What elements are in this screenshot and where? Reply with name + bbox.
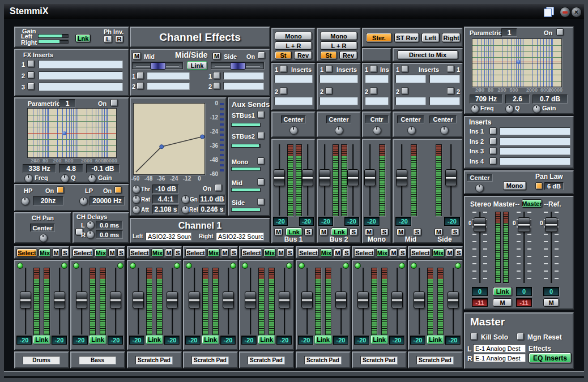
- eq-left-band-display[interactable]: 1: [59, 99, 75, 108]
- bus1-mono-button[interactable]: Mono: [275, 32, 312, 40]
- lp-freq-display[interactable]: 20000 Hz: [90, 196, 125, 205]
- master-insert-2-field[interactable]: [500, 138, 570, 145]
- eq-right-band-display[interactable]: 1: [501, 28, 517, 37]
- strip5-right-fader-handle[interactable]: [279, 291, 290, 308]
- eq-left-freq-display[interactable]: 338 Hz: [23, 164, 56, 173]
- mid-side-link-button[interactable]: Link: [187, 61, 207, 70]
- strip3-name-field[interactable]: Scratch Pad: [135, 356, 173, 364]
- side-bus-insert2-field[interactable]: [429, 97, 460, 105]
- strip4-left-fader-handle[interactable]: [189, 291, 200, 308]
- strip4-solo-button[interactable]: S: [230, 248, 238, 257]
- mono-button[interactable]: Mono: [503, 181, 526, 190]
- side-bus-pan-knob[interactable]: [440, 126, 449, 135]
- kill-solo-checkbox[interactable]: [470, 333, 478, 340]
- mgn-reset-checkbox[interactable]: [517, 333, 524, 340]
- master-link-button[interactable]: Link: [493, 287, 512, 296]
- mid-bus-insert2-field[interactable]: [395, 97, 426, 105]
- lp-freq-knob[interactable]: [79, 197, 88, 205]
- strip8-mute-button[interactable]: M: [446, 248, 454, 257]
- strip3-link-button[interactable]: Link: [146, 335, 163, 344]
- bus2-insert2-checkbox[interactable]: [325, 87, 333, 95]
- bus2-right-fader-handle[interactable]: [347, 169, 359, 186]
- master-insert-1-field[interactable]: [500, 127, 570, 135]
- strip4-mix-button[interactable]: Mix: [207, 248, 220, 257]
- fx-insert-3-field[interactable]: [39, 83, 123, 91]
- strip6-select-button[interactable]: Select: [298, 248, 319, 257]
- pan-law-checkbox[interactable]: [535, 182, 543, 190]
- compressor-on-checkbox[interactable]: [215, 184, 222, 191]
- mid-insert1-field[interactable]: [147, 72, 190, 80]
- routing-st-rev-button[interactable]: ST Rev: [394, 33, 419, 42]
- master-pan-display[interactable]: Center: [467, 174, 493, 182]
- bus1-left-fader-handle[interactable]: [274, 169, 285, 186]
- delay-right-knob[interactable]: [86, 230, 95, 239]
- strip6-mute-button[interactable]: M: [334, 248, 342, 257]
- aux-send-2-checkbox[interactable]: [257, 157, 265, 165]
- aux-send-4-checkbox[interactable]: [257, 198, 265, 205]
- master-insert-3-field[interactable]: [500, 147, 570, 155]
- master-select-button[interactable]: Master: [522, 199, 542, 208]
- mid-side-on-checkbox[interactable]: [258, 51, 265, 59]
- strip8-solo-button[interactable]: S: [455, 248, 463, 257]
- strip1-select-button[interactable]: Select: [16, 248, 37, 257]
- mid-bus-solo-button[interactable]: S: [413, 228, 421, 236]
- strip1-mix-button[interactable]: Mix: [39, 248, 51, 257]
- strip5-mute-button[interactable]: M: [277, 248, 285, 257]
- mono-bus-solo-button[interactable]: S: [380, 228, 389, 236]
- direct-to-mix-button[interactable]: Direct to Mix: [397, 50, 458, 59]
- mono-bus-mute-button[interactable]: M: [365, 228, 373, 236]
- ratio-knob[interactable]: [132, 195, 140, 204]
- strip5-left-fader-handle[interactable]: [245, 291, 256, 308]
- bus1-rev-button[interactable]: Rev: [294, 51, 312, 59]
- master-pan-knob[interactable]: [475, 184, 484, 192]
- hp-on-checkbox[interactable]: [57, 186, 64, 194]
- eq-right-gain-knob[interactable]: [532, 105, 541, 113]
- mono-bus-pan-knob[interactable]: [373, 126, 381, 135]
- strip4-mute-button[interactable]: M: [221, 248, 229, 257]
- phase-invert-right-button[interactable]: R: [115, 35, 123, 43]
- eq-right-freq-display[interactable]: 709 Hz: [470, 95, 502, 104]
- strip7-left-fader-handle[interactable]: [357, 291, 369, 308]
- eq-left-on-checkbox[interactable]: [110, 99, 118, 106]
- bus1-insert2-field[interactable]: [274, 97, 313, 105]
- eq-right-q-display[interactable]: 2.6: [505, 95, 530, 104]
- makeup-gain-display[interactable]: 11.0 dB: [199, 195, 225, 204]
- strip6-mix-button[interactable]: Mix: [320, 248, 333, 257]
- bus1-st-button[interactable]: St: [275, 51, 292, 59]
- strip5-select-button[interactable]: Select: [241, 248, 262, 257]
- threshold-display[interactable]: -10 dB: [152, 184, 179, 194]
- mid-insert2-checkbox[interactable]: [137, 82, 144, 89]
- master-fader-2-handle[interactable]: [545, 217, 557, 232]
- copy-pages-icon[interactable]: [543, 7, 555, 17]
- eq-left-q-display[interactable]: 4.8: [59, 164, 83, 173]
- side-slider[interactable]: [211, 62, 264, 69]
- fx-insert-3-checkbox[interactable]: [27, 83, 35, 90]
- side-insert2-checkbox[interactable]: [213, 82, 220, 89]
- routing-ster--button[interactable]: Ster.: [366, 33, 392, 42]
- strip6-name-field[interactable]: Scratch Pad: [304, 356, 342, 364]
- bus2-solo-button[interactable]: S: [350, 228, 358, 236]
- strip4-select-button[interactable]: Select: [185, 248, 206, 257]
- master-insert-4-field[interactable]: [500, 157, 570, 165]
- strip7-solo-button[interactable]: S: [399, 248, 407, 257]
- master-insert-2-checkbox[interactable]: [489, 138, 497, 145]
- makeup-gain-knob[interactable]: [181, 195, 190, 204]
- strip1-name-field[interactable]: Drums: [23, 356, 60, 364]
- mid-insert2-field[interactable]: [147, 82, 190, 90]
- strip5-mix-button[interactable]: Mix: [263, 248, 276, 257]
- mono-bus-insert1-checkbox[interactable]: [370, 65, 377, 72]
- pan-law-display[interactable]: 6 dB: [544, 182, 564, 190]
- master-insert-1-checkbox[interactable]: [489, 127, 497, 135]
- eq-left-freq-knob[interactable]: [24, 174, 33, 183]
- bus1-pan-display[interactable]: Center: [281, 115, 306, 123]
- strip6-link-button[interactable]: Link: [314, 335, 332, 344]
- bus2-insert2-field[interactable]: [319, 97, 358, 105]
- strip7-name-field[interactable]: Scratch Pad: [360, 356, 398, 364]
- delay-left-knob[interactable]: [86, 221, 95, 229]
- side-m-button[interactable]: M: [212, 52, 221, 60]
- side-insert1-checkbox[interactable]: [213, 72, 220, 79]
- mid-bus-mute-button[interactable]: M: [397, 228, 405, 236]
- channel-right-source-field[interactable]: ASIO2-32 Source: [216, 232, 264, 241]
- strip5-name-field[interactable]: Scratch Pad: [248, 356, 285, 364]
- side-insert1-field[interactable]: [223, 72, 264, 80]
